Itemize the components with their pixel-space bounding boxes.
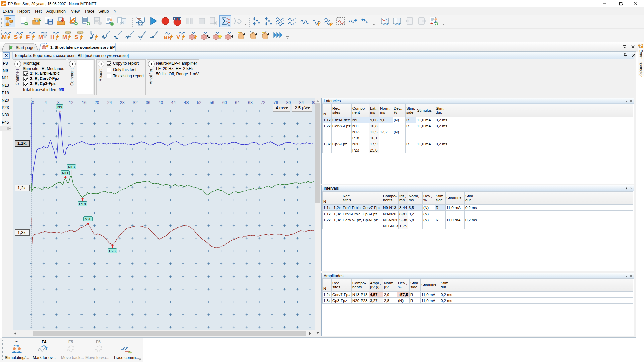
svg-text:M: M — [62, 34, 67, 40]
svg-text:V: V — [176, 34, 180, 40]
svg-text:72: 72 — [261, 100, 265, 105]
svg-text:44: 44 — [171, 100, 176, 105]
svg-text:M: M — [2, 34, 7, 40]
svg-text:S: S — [14, 34, 18, 40]
svg-text:1. Short latency somatosensory: 1. Short latency somatosensory EP — [50, 45, 115, 49]
svg-text:52: 52 — [197, 100, 202, 105]
svg-text:M: M — [38, 34, 43, 40]
svg-text:F: F — [26, 34, 30, 40]
svg-text:Start page: Start page — [16, 45, 35, 50]
svg-text:28: 28 — [120, 100, 125, 105]
svg-text:36: 36 — [146, 100, 150, 105]
svg-text:4: 4 — [45, 100, 47, 105]
svg-text:48: 48 — [184, 100, 189, 105]
svg-text:40: 40 — [158, 100, 163, 105]
svg-text:S: S — [74, 34, 78, 40]
svg-text:24: 24 — [107, 100, 112, 105]
svg-text:60: 60 — [222, 100, 227, 105]
svg-text:20: 20 — [95, 100, 99, 105]
svg-text:0: 0 — [32, 100, 34, 105]
svg-text:68: 68 — [248, 100, 253, 105]
svg-text:32: 32 — [133, 100, 138, 105]
svg-text:12: 12 — [69, 100, 73, 105]
svg-text:64: 64 — [235, 100, 240, 105]
svg-text:H: H — [50, 34, 54, 40]
svg-text:16: 16 — [82, 100, 87, 105]
svg-text:56: 56 — [210, 100, 214, 105]
